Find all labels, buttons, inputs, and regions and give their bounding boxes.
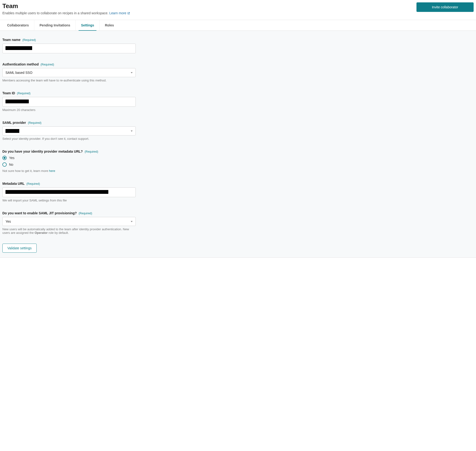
tab-collaborators[interactable]: Collaborators [2,20,34,31]
field-saml-provider: SAML provider (Required) Select your ide… [2,121,136,140]
required-tag: (Required) [85,150,98,153]
tabs-bar: Collaborators Pending Invitations Settin… [0,20,476,31]
saml-provider-label: SAML provider (Required) [2,121,136,125]
saml-provider-select[interactable] [2,126,136,136]
has-metadata-label: Do you have your identity provider metad… [2,150,136,153]
required-tag: (Required) [22,38,36,42]
radio-yes[interactable]: Yes [2,156,136,160]
auth-method-label: Authentication method (Required) [2,63,136,66]
tab-settings[interactable]: Settings [76,20,100,31]
team-name-label: Team name (Required) [2,38,136,42]
required-tag: (Required) [26,182,40,186]
required-tag: (Required) [40,63,54,66]
subtitle-text: Enables multiple users to collaborate on… [2,11,109,15]
field-has-metadata-url: Do you have your identity provider metad… [2,150,136,173]
metadata-radio-group: Yes No [2,156,136,167]
team-id-value-redacted [6,100,29,103]
team-name-input[interactable] [2,44,136,53]
learn-more-here-link[interactable]: here [49,169,55,173]
page-title: Team [2,2,130,10]
jit-help: New users will be automatically added to… [2,227,136,235]
field-team-name: Team name (Required) [2,38,136,53]
radio-yes-label: Yes [9,156,14,160]
header-left: Team Enables multiple users to collabora… [2,2,130,15]
chevron-down-icon [131,221,133,222]
metadata-url-input[interactable] [2,188,136,197]
team-name-label-text: Team name [2,38,20,42]
team-id-label-text: Team ID [2,91,15,95]
metadata-url-help: We will import your SAML settings from t… [2,199,136,202]
team-id-label: Team ID (Required) [2,91,136,95]
has-metadata-help: Not sure how to get it, learn more here [2,169,136,173]
radio-no[interactable]: No [2,163,136,167]
team-id-help: Maximum 20 characters [2,108,136,112]
external-link-icon [127,12,130,14]
learn-more-label: Learn more [109,11,126,15]
team-name-value-redacted [6,46,32,50]
invite-collaborator-button[interactable]: Invite collaborator [416,2,474,12]
validate-settings-button[interactable]: Validate settings [2,244,37,253]
auth-method-value: SAML based SSO [6,71,32,75]
required-tag: (Required) [79,212,92,215]
radio-icon [2,156,7,160]
learn-more-link[interactable]: Learn more [109,11,130,15]
jit-help-bold: Operator [35,231,48,235]
chevron-down-icon [131,72,133,73]
required-tag: (Required) [17,92,31,95]
auth-method-select[interactable]: SAML based SSO [2,68,136,77]
required-tag: (Required) [28,121,41,125]
jit-select[interactable]: Yes [2,217,136,226]
page-header: Team Enables multiple users to collabora… [0,0,476,20]
radio-icon [2,163,7,167]
field-team-id: Team ID (Required) Maximum 20 characters [2,91,136,112]
metadata-url-label: Metadata URL (Required) [2,182,136,186]
team-id-input[interactable] [2,97,136,107]
jit-label-text: Do you want to enable SAML JIT provision… [2,211,77,215]
actions-row: Validate settings [2,244,136,253]
auth-method-label-text: Authentication method [2,63,38,66]
metadata-url-label-text: Metadata URL [2,182,25,186]
saml-provider-value-redacted [6,129,19,133]
tab-pending-invitations[interactable]: Pending Invitations [34,20,76,31]
jit-label: Do you want to enable SAML JIT provision… [2,211,136,215]
settings-form: Team name (Required) Authentication meth… [0,31,476,258]
jit-help-suffix: role by default. [48,231,69,235]
auth-method-help: Members accessing the team will have to … [2,79,136,82]
has-metadata-label-text: Do you have your identity provider metad… [2,150,83,153]
page-subtitle: Enables multiple users to collaborate on… [2,11,130,15]
field-auth-method: Authentication method (Required) SAML ba… [2,63,136,82]
jit-value: Yes [6,219,11,223]
field-metadata-url: Metadata URL (Required) We will import y… [2,182,136,202]
tab-roles[interactable]: Roles [100,20,119,31]
saml-provider-label-text: SAML provider [2,121,26,125]
saml-provider-help: Select your identity provider. If you do… [2,137,136,140]
has-metadata-help-text: Not sure how to get it, learn more [2,169,49,173]
chevron-down-icon [131,131,133,132]
field-jit-provisioning: Do you want to enable SAML JIT provision… [2,211,136,235]
radio-no-label: No [9,163,13,166]
metadata-url-value-redacted [6,190,108,194]
